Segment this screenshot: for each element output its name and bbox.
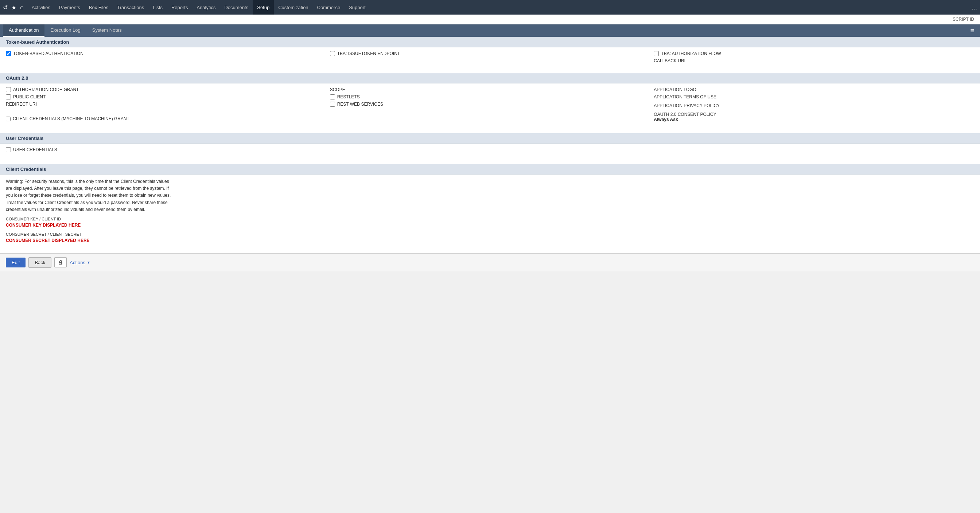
nav-item-commerce[interactable]: Commerce — [313, 0, 345, 14]
oauth-section: AUTHORIZATION CODE GRANT PUBLIC CLIENT R… — [0, 83, 980, 127]
nav-item-support[interactable]: Support — [345, 0, 370, 14]
restlets-checkbox[interactable] — [330, 94, 335, 100]
token-based-col2: TBA: ISSUETOKEN ENDPOINT — [330, 51, 654, 64]
machine-grant-item: CLIENT CREDENTIALS (MACHINE TO MACHINE) … — [6, 114, 326, 124]
tab-menu-icon[interactable]: ≡ — [967, 25, 977, 37]
oauth-row: AUTHORIZATION CODE GRANT PUBLIC CLIENT R… — [6, 87, 974, 124]
token-based-section: TOKEN-BASED AUTHENTICATION TBA: ISSUETOK… — [0, 48, 980, 67]
nav-item-transactions[interactable]: Transactions — [113, 0, 148, 14]
print-button[interactable]: 🖨 — [54, 257, 67, 267]
auth-code-grant-label: AUTHORIZATION CODE GRANT — [13, 87, 79, 92]
app-terms-label: APPLICATION TERMS OF USE — [654, 94, 974, 100]
tba-label: TOKEN-BASED AUTHENTICATION — [13, 51, 83, 56]
oauth-col1: AUTHORIZATION CODE GRANT PUBLIC CLIENT R… — [6, 87, 330, 124]
actions-button[interactable]: Actions ▼ — [70, 260, 91, 265]
actions-arrow-icon: ▼ — [87, 260, 91, 265]
redirect-uri-label: REDIRECT URI — [6, 102, 326, 107]
divider1 — [0, 67, 980, 73]
tba-checkbox[interactable] — [6, 51, 11, 56]
history-icon[interactable]: ↺ — [3, 4, 8, 11]
divider3 — [0, 158, 980, 164]
top-nav: ↺ ★ ⌂ Activities Payments Box Files Tran… — [0, 0, 980, 14]
token-based-header: Token-based Authentication — [0, 37, 980, 48]
user-credentials-label: USER CREDENTIALS — [13, 147, 57, 152]
print-icon: 🖨 — [57, 259, 64, 265]
actions-label: Actions — [70, 260, 85, 265]
nav-item-analytics[interactable]: Analytics — [192, 0, 220, 14]
nav-item-documents[interactable]: Documents — [220, 0, 253, 14]
machine-grant-checkbox[interactable] — [6, 117, 11, 121]
tba-checkbox-item: TOKEN-BASED AUTHENTICATION — [6, 51, 326, 56]
public-client-checkbox[interactable] — [6, 94, 11, 100]
nav-item-reports[interactable]: Reports — [167, 0, 192, 14]
auth-flow-checkbox[interactable] — [654, 51, 659, 56]
nav-more-icon[interactable]: ... — [972, 4, 977, 11]
script-id-bar: SCRIPT ID — [0, 14, 980, 24]
machine-grant-label: CLIENT CREDENTIALS (MACHINE TO MACHINE) … — [13, 116, 129, 121]
nav-item-lists[interactable]: Lists — [148, 0, 167, 14]
consumer-key-value: CONSUMER KEY DISPLAYED HERE — [0, 222, 980, 230]
user-credentials-header: User Credentials — [0, 133, 980, 143]
consumer-key-label: CONSUMER KEY / CLIENT ID — [0, 215, 980, 222]
nav-item-box-files[interactable]: Box Files — [84, 0, 113, 14]
scope-label: SCOPE — [330, 87, 651, 92]
app-logo-label: APPLICATION LOGO — [654, 87, 974, 92]
nav-item-activities[interactable]: Activities — [27, 0, 55, 14]
consumer-secret-value: CONSUMER SECRET DISPLAYED HERE — [0, 237, 980, 246]
home-icon[interactable]: ⌂ — [20, 4, 24, 11]
nav-item-customization[interactable]: Customization — [274, 0, 312, 14]
rest-web-services-checkbox[interactable] — [330, 102, 335, 107]
oauth-consent-label: OAUTH 2.0 CONSENT POLICY — [654, 112, 974, 117]
nav-icon-group: ↺ ★ ⌂ — [3, 4, 24, 11]
favorites-icon[interactable]: ★ — [11, 4, 16, 11]
script-id-label: SCRIPT ID — [953, 17, 974, 22]
app-privacy-label: APPLICATION PRIVACY POLICY — [654, 103, 974, 108]
rest-web-services-item: REST WEB SERVICES — [330, 102, 651, 107]
tab-system-notes[interactable]: System Notes — [86, 24, 127, 37]
user-credentials-checkbox[interactable] — [6, 147, 11, 152]
user-credentials-section: USER CREDENTIALS — [0, 143, 980, 158]
client-credentials-header: Client Credentials — [0, 164, 980, 175]
user-credentials-item: USER CREDENTIALS — [6, 147, 974, 152]
issuetoken-checkbox[interactable] — [330, 51, 335, 56]
oauth-consent-value: Always Ask — [654, 117, 974, 122]
tab-bar: Authentication Execution Log System Note… — [0, 24, 980, 37]
auth-flow-label: TBA: AUTHORIZATION FLOW — [661, 51, 721, 56]
edit-button[interactable]: Edit — [6, 257, 25, 267]
token-based-row: TOKEN-BASED AUTHENTICATION TBA: ISSUETOK… — [6, 51, 974, 64]
auth-flow-checkbox-item: TBA: AUTHORIZATION FLOW — [654, 51, 974, 56]
token-based-col1: TOKEN-BASED AUTHENTICATION — [6, 51, 330, 64]
issuetoken-label: TBA: ISSUETOKEN ENDPOINT — [337, 51, 400, 56]
restlets-item: RESTLETS — [330, 94, 651, 100]
divider2 — [0, 127, 980, 133]
tab-authentication[interactable]: Authentication — [3, 24, 45, 37]
auth-code-grant-checkbox[interactable] — [6, 87, 11, 92]
restlets-label: RESTLETS — [337, 94, 360, 100]
oauth-col3: APPLICATION LOGO APPLICATION TERMS OF US… — [654, 87, 974, 124]
content-area: Token-based Authentication TOKEN-BASED A… — [0, 37, 980, 272]
bottom-toolbar: Edit Back 🖨 Actions ▼ — [0, 253, 980, 272]
consumer-secret-label: CONSUMER SECRET / CLIENT SECRET — [0, 230, 980, 237]
back-button[interactable]: Back — [29, 257, 51, 268]
nav-items: Activities Payments Box Files Transactio… — [27, 0, 972, 14]
public-client-label: PUBLIC CLIENT — [13, 94, 46, 100]
oauth-header: OAuth 2.0 — [0, 73, 980, 83]
nav-item-setup[interactable]: Setup — [253, 0, 274, 14]
callback-url-label: CALLBACK URL — [654, 58, 974, 64]
auth-code-grant-item: AUTHORIZATION CODE GRANT — [6, 87, 326, 92]
oauth-col2: SCOPE RESTLETS REST WEB SERVICES — [330, 87, 654, 124]
nav-item-payments[interactable]: Payments — [55, 0, 84, 14]
tab-execution-log[interactable]: Execution Log — [45, 24, 86, 37]
issuetoken-checkbox-item: TBA: ISSUETOKEN ENDPOINT — [330, 51, 651, 56]
public-client-item: PUBLIC CLIENT — [6, 94, 326, 100]
token-based-col3: TBA: AUTHORIZATION FLOW CALLBACK URL — [654, 51, 974, 64]
client-credentials-warning: Warning: For security reasons, this is t… — [0, 175, 182, 215]
rest-web-services-label: REST WEB SERVICES — [337, 102, 383, 107]
